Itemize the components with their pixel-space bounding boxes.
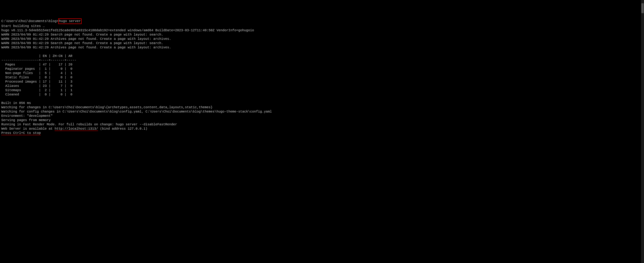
table-row: Cleaned | 0 | 0 | 0 — [1, 92, 76, 96]
output-serving: Serving pages from memory — [1, 118, 51, 122]
web-server-url[interactable]: http://localhost:1313/ — [54, 127, 98, 131]
output-warning: WARN 2023/04/09 01:42:29 Search page not… — [1, 41, 163, 45]
output-warning: WARN 2023/04/09 01:42:29 Search page not… — [1, 33, 163, 36]
table-row: Sitemaps | 2 | 1 | 1 — [1, 88, 76, 92]
table-row: Non-page files | 5 | 4 | 1 — [1, 71, 76, 75]
table-header: | EN | ZH-CN | AR — [1, 54, 76, 58]
output-warning: WARN 2023/04/09 01:42:29 Archives page n… — [1, 37, 171, 41]
web-server-prefix: Web Server is available at — [1, 127, 54, 130]
table-row: Pages | 47 | 17 | 20 — [1, 63, 76, 66]
output-environment: Environment: "development" — [1, 114, 53, 118]
table-row: Aliases | 23 | 7 | 9 — [1, 84, 76, 88]
output-hugo-version: hugo v0.111.3-5d4eb5154e1fed125ca8e9b5a0… — [1, 28, 254, 32]
output-fast-render: Running in Fast Render Mode. For full re… — [1, 122, 177, 126]
output-watching-changes: Watching for changes in C:\Users\Choi\Do… — [1, 106, 212, 109]
prompt-line: C:\Users\Choi\Documents\blog>hugo server — [1, 19, 82, 23]
table-row: Static files | 0 | 0 | 0 — [1, 76, 76, 79]
output-press-ctrl-c: Press Ctrl+C to stop — [1, 131, 41, 135]
table-divider: -------------------+----+-------+----- — [1, 58, 76, 62]
web-server-suffix: (bind address 127.0.0.1) — [98, 127, 148, 130]
output-warning: WARN 2023/04/09 01:42:29 Archives page n… — [1, 46, 171, 49]
table-row: Paginator pages | 1 | 0 | 0 — [1, 67, 76, 71]
scrollbar-track[interactable] — [641, 0, 644, 263]
prompt-path: C:\Users\Choi\Documents\blog> — [1, 19, 58, 23]
output-web-server-line: Web Server is available at http://localh… — [1, 127, 148, 131]
table-row: Processed images | 17 | 11 | 3 — [1, 80, 76, 84]
command-text: hugo server — [59, 19, 81, 23]
output-built-in: Built in 856 ms — [1, 101, 31, 105]
terminal-window[interactable]: C:\Users\Choi\Documents\blog>hugo server… — [1, 18, 643, 135]
scrollbar-thumb[interactable] — [641, 3, 644, 13]
output-watching-config: Watching for config changes in C:\Users\… — [1, 110, 272, 114]
output-start-building: Start building sites … — [1, 24, 45, 28]
command-highlight-box: hugo server — [58, 18, 82, 24]
